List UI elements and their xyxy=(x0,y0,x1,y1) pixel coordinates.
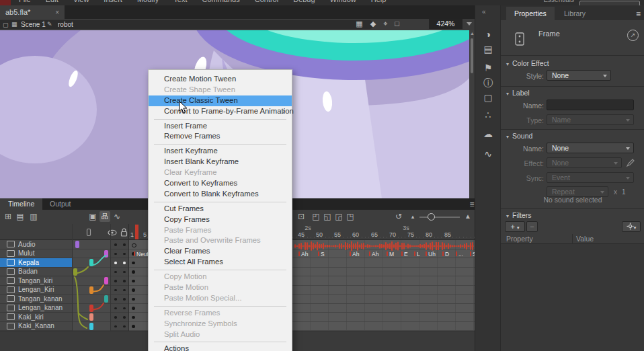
zoom-level-input[interactable]: 424% xyxy=(429,19,462,29)
close-tab-icon[interactable]: × xyxy=(55,9,59,16)
mouth-keyframe-label[interactable]: D xyxy=(442,251,449,258)
section-color-effect[interactable]: ▾Color Effect xyxy=(506,59,549,67)
context-menu-item[interactable]: Create Shape Tween xyxy=(149,85,292,95)
layer-visibility-lock-cell[interactable] xyxy=(110,304,129,313)
layer-name-cell[interactable]: Tangan_kiri xyxy=(0,276,72,286)
layer-parent-cell[interactable] xyxy=(72,313,110,322)
document-tab[interactable]: ab5.fla* × xyxy=(0,5,65,19)
layer-name-cell[interactable]: Kaki_kiri xyxy=(0,313,72,322)
context-menu-item[interactable]: Actions xyxy=(149,344,292,351)
edit-multiple-frames-icon[interactable]: ◲ xyxy=(333,211,344,222)
context-menu-item[interactable]: Paste Frames xyxy=(149,225,292,236)
timeline-zoom-out-icon[interactable]: ▴ xyxy=(407,211,418,222)
layer-parent-cell[interactable] xyxy=(72,295,110,304)
context-menu-item[interactable]: Convert to Blank Keyframes xyxy=(149,189,292,200)
keyframe-dot[interactable] xyxy=(132,307,135,310)
layer-name-cell[interactable]: Badan xyxy=(0,268,72,277)
layer-parent-cell[interactable] xyxy=(72,286,110,295)
menu-item[interactable]: Commands xyxy=(202,0,239,3)
search-input[interactable] xyxy=(579,1,640,5)
keyframe-dot[interactable] xyxy=(132,262,135,265)
timeline-zoom-in-icon[interactable]: ▲ xyxy=(462,211,473,222)
frames-icon[interactable]: ▤ xyxy=(482,43,494,55)
context-menu-item[interactable]: Cut Frames xyxy=(149,204,292,214)
menu-item[interactable]: File xyxy=(19,0,31,3)
layer-parenting-swatch[interactable] xyxy=(89,286,93,294)
label-name-input[interactable] xyxy=(547,100,634,110)
layer-visibility-lock-cell[interactable] xyxy=(110,276,129,286)
workspace-switcher[interactable]: Essentials xyxy=(543,0,574,3)
layer-parenting-swatch[interactable] xyxy=(89,313,93,321)
playhead[interactable] xyxy=(135,225,138,239)
new-folder-icon[interactable]: ▤ xyxy=(15,211,26,222)
context-menu-item[interactable]: Split Audio xyxy=(149,329,292,340)
context-menu-item[interactable]: Create Classic Tween xyxy=(149,95,292,106)
quick-share-icon[interactable]: ↗ xyxy=(627,30,639,41)
layer-visibility-lock-cell[interactable] xyxy=(110,286,129,295)
context-menu-item[interactable]: Copy Frames xyxy=(149,214,292,225)
context-menu-item[interactable]: Convert to Keyframes xyxy=(149,178,292,189)
layer-name-cell[interactable]: Tangan_kanan xyxy=(0,295,72,304)
context-menu-item[interactable]: Create Motion Tween xyxy=(149,74,292,85)
context-menu-item[interactable]: Synchronize Symbols xyxy=(149,319,292,329)
add-filter-button[interactable]: + ▾ xyxy=(505,221,525,232)
eye-icon[interactable] xyxy=(108,229,117,236)
mouth-keyframe-label[interactable]: Uh xyxy=(426,251,436,258)
tab-properties[interactable]: Properties xyxy=(506,7,555,20)
keyframe-dot[interactable] xyxy=(132,243,136,248)
flag-icon[interactable]: ⚑ xyxy=(482,62,494,74)
dashed-frame-icon[interactable]: ▢ xyxy=(482,91,494,104)
context-menu-item[interactable]: Paste and Overwrite Frames xyxy=(149,235,292,246)
layer-name-cell[interactable]: Lengan_Kiri xyxy=(0,286,72,295)
onion-skin-outlines-icon[interactable]: ◱ xyxy=(322,211,333,222)
context-menu-item[interactable]: Remove Frames xyxy=(149,131,292,142)
layer-visibility-lock-cell[interactable] xyxy=(110,295,129,304)
layer-parenting-swatch[interactable] xyxy=(89,323,93,330)
center-frame-icon[interactable]: ⊡ xyxy=(296,211,307,222)
layer-parent-cell[interactable] xyxy=(72,304,110,313)
breadcrumb-symbol[interactable]: robot xyxy=(58,20,73,29)
delete-layer-icon[interactable]: ▥ xyxy=(28,211,39,222)
keyframe-dot[interactable] xyxy=(132,298,135,301)
tab-timeline[interactable]: Timeline xyxy=(0,198,42,210)
new-layer-icon[interactable]: ⊞ xyxy=(3,211,13,222)
context-menu-item[interactable]: Paste Motion Special... xyxy=(149,293,292,304)
layer-parent-cell[interactable] xyxy=(72,322,110,332)
layer-visibility-lock-cell[interactable] xyxy=(110,322,129,332)
edit-sound-pencil-icon[interactable] xyxy=(626,159,635,167)
timeline-zoom-slider[interactable] xyxy=(419,217,460,218)
layer-visibility-lock-cell[interactable] xyxy=(110,313,129,322)
layer-parenting-icon[interactable]: 品 xyxy=(99,211,110,222)
tab-output[interactable]: Output xyxy=(42,198,79,210)
timeline-zoom-knob[interactable] xyxy=(428,213,435,221)
camera-icon[interactable]: ▣ xyxy=(87,211,98,222)
context-menu-item[interactable]: Paste Motion xyxy=(149,282,292,293)
menu-item[interactable]: Debug xyxy=(293,0,315,3)
palette-icon[interactable]: ◑ xyxy=(482,28,494,40)
stage-vertical-scrollbar[interactable]: ▲ xyxy=(469,30,475,198)
context-menu-item[interactable]: Clear Frames xyxy=(149,246,292,257)
mouth-keyframe-label[interactable]: L xyxy=(414,251,420,258)
layer-parenting-swatch[interactable] xyxy=(104,295,108,303)
context-menu-item[interactable]: Copy Motion xyxy=(149,272,292,282)
layer-name-cell[interactable]: Kaki_Kanan xyxy=(0,322,72,332)
keyframe-dot[interactable] xyxy=(132,316,135,319)
layer-name-cell[interactable]: Audio xyxy=(0,240,72,249)
modify-markers-icon[interactable]: ◳ xyxy=(345,211,356,222)
scroll-up-icon[interactable]: ▲ xyxy=(470,31,475,36)
mouth-keyframe-label[interactable]: E xyxy=(401,251,408,258)
chart-icon[interactable]: ∿ xyxy=(482,148,494,160)
layer-parenting-swatch[interactable] xyxy=(73,268,77,276)
filter-options-button[interactable]: ▾ xyxy=(622,221,641,232)
layer-parent-cell[interactable] xyxy=(72,268,110,277)
context-menu-item[interactable]: Insert Blank Keyframe xyxy=(149,157,292,167)
layer-name-cell[interactable]: Kepala xyxy=(0,258,72,268)
panel-menu-icon[interactable]: ≡ xyxy=(636,9,641,19)
keyframe-dot[interactable] xyxy=(132,288,135,292)
context-menu-item[interactable]: Insert Keyframe xyxy=(149,146,292,157)
layer-parenting-swatch[interactable] xyxy=(89,259,93,266)
mouth-keyframe-label[interactable]: Ah xyxy=(298,251,308,258)
onion-skin-icon[interactable]: ◰ xyxy=(311,211,321,222)
layer-parent-cell[interactable] xyxy=(72,258,110,268)
mouth-keyframe-label[interactable]: Ah xyxy=(369,251,378,258)
